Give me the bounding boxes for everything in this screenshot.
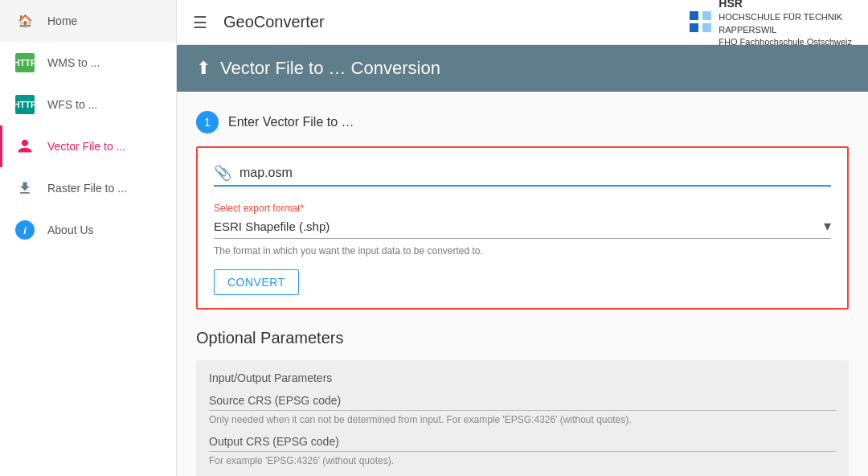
convert-button[interactable]: CONVERT	[214, 269, 299, 295]
hsr-text: HSR HOCHSCHULE FÜR TECHNIK RAPPERSWIL FH…	[719, 0, 852, 48]
vector-icon	[15, 137, 35, 156]
source-crs-label: Source CRS (EPSG code)	[209, 394, 836, 411]
sidebar-item-vector-label: Vector File to ...	[47, 140, 125, 153]
step1-label: Enter Vector File to …	[228, 115, 354, 129]
menu-icon[interactable]: ☰	[193, 13, 207, 32]
sidebar-item-wms-label: WMS to ...	[47, 56, 100, 69]
sidebar-item-vector[interactable]: Vector File to ...	[0, 125, 176, 167]
hsr-sq-3	[690, 23, 698, 32]
source-crs-hint: Only needed when it can not be determine…	[209, 414, 836, 425]
hsr-squares	[690, 11, 712, 34]
sidebar-item-wfs[interactable]: HTTP WFS to ...	[0, 84, 176, 125]
hsr-logo: HSR HOCHSCHULE FÜR TECHNIK RAPPERSWIL FH…	[690, 0, 852, 48]
raster-icon	[15, 178, 35, 198]
output-crs-hint: For example 'EPSG:4326' (without quotes)…	[209, 455, 836, 466]
step1-header: 1 Enter Vector File to …	[196, 111, 849, 133]
sidebar-item-wfs-label: WFS to ...	[47, 98, 97, 111]
sidebar-item-about-label: About Us	[47, 224, 94, 236]
select-arrow-icon: ▾	[824, 217, 831, 235]
step1-badge: 1	[196, 111, 219, 133]
home-icon: 🏠	[15, 11, 35, 31]
wfs-icon: HTTP	[15, 95, 35, 114]
file-input-row: 📎	[214, 164, 831, 187]
hsr-sq-2	[702, 11, 711, 20]
sidebar: 🏠 Home HTTP WMS to ... HTTP WFS to ... V…	[0, 0, 177, 476]
param-group-io-title: Input/Output Parameters	[209, 371, 836, 384]
hsr-sq-4	[702, 23, 711, 32]
sidebar-item-wms[interactable]: HTTP WMS to ...	[0, 42, 176, 84]
sidebar-item-home[interactable]: 🏠 Home	[0, 0, 176, 42]
sidebar-item-raster[interactable]: Raster File to ...	[0, 167, 176, 209]
optional-title: Optional Parameters	[196, 329, 849, 347]
sidebar-item-home-label: Home	[47, 14, 77, 27]
main-content: ☰ GeoConverter HSR HOCHSCHULE FÜR TECHNI…	[177, 0, 868, 476]
file-input[interactable]	[240, 166, 831, 180]
upload-icon: ⬆	[196, 58, 211, 79]
sidebar-item-raster-label: Raster File to ...	[47, 182, 127, 195]
output-crs-label: Output CRS (EPSG code)	[209, 435, 836, 452]
format-select[interactable]: ESRI Shapefile (.shp) GeoJSON (.geojson)…	[214, 220, 824, 233]
output-crs-field: Output CRS (EPSG code) For example 'EPSG…	[209, 435, 836, 466]
hsr-sq-1	[690, 11, 698, 20]
step1-form-card: 📎 Select export format* ESRI Shapefile (…	[196, 146, 849, 310]
page-title: Vector File to … Conversion	[220, 58, 440, 79]
format-hint: The format in which you want the input d…	[214, 245, 831, 256]
content-area: 1 Enter Vector File to … 📎 Select export…	[177, 92, 868, 476]
page-header: ⬆ Vector File to … Conversion	[177, 45, 868, 92]
info-icon: i	[15, 220, 35, 240]
source-crs-field: Source CRS (EPSG code) Only needed when …	[209, 394, 836, 425]
select-format-row: ESRI Shapefile (.shp) GeoJSON (.geojson)…	[214, 217, 831, 239]
param-group-io: Input/Output Parameters Source CRS (EPSG…	[196, 360, 849, 476]
paperclip-icon: 📎	[214, 164, 231, 182]
app-title: GeoConverter	[223, 13, 325, 31]
wms-icon: HTTP	[15, 53, 35, 72]
sidebar-item-about[interactable]: i About Us	[0, 209, 176, 251]
select-format-label: Select export format*	[214, 203, 831, 214]
topbar: ☰ GeoConverter HSR HOCHSCHULE FÜR TECHNI…	[177, 0, 868, 45]
